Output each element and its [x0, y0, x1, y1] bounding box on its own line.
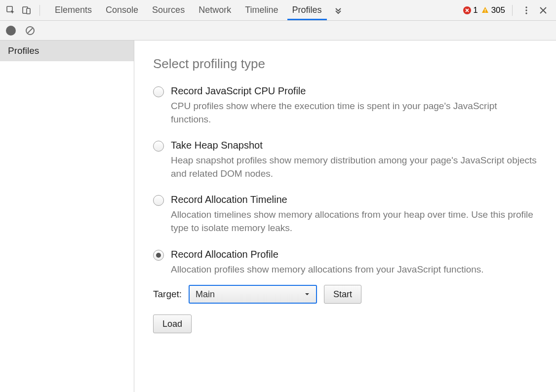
tab-timeline[interactable]: Timeline: [238, 0, 285, 20]
target-select[interactable]: Main: [189, 285, 317, 304]
svg-point-7: [525, 12, 527, 14]
option-desc: Allocation profiles show memory allocati…: [171, 263, 537, 276]
warning-number: 305: [491, 5, 505, 15]
radio-allocation-timeline[interactable]: [153, 195, 164, 206]
option-title: Record Allocation Timeline: [171, 194, 537, 205]
radio-heap-snapshot[interactable]: [153, 141, 164, 152]
option-desc: Allocation timelines show memory allocat…: [171, 208, 537, 235]
tab-console[interactable]: Console: [99, 0, 145, 20]
load-button[interactable]: Load: [153, 314, 192, 333]
divider: [40, 5, 40, 16]
target-controls: Target: Main Start: [153, 285, 537, 304]
svg-rect-3: [484, 9, 485, 11]
main-toolbar: Elements Console Sources Network Timelin…: [0, 0, 556, 21]
clear-button[interactable]: [25, 25, 36, 36]
error-count[interactable]: 1: [463, 5, 477, 15]
chevron-down-icon: [304, 289, 310, 300]
option-title: Record JavaScript CPU Profile: [171, 85, 537, 97]
kebab-menu-icon[interactable]: [519, 3, 533, 17]
option-cpu-profile: Record JavaScript CPU Profile CPU profil…: [153, 85, 537, 126]
option-title: Take Heap Snapshot: [171, 140, 537, 151]
start-button[interactable]: Start: [324, 285, 361, 304]
divider: [512, 5, 513, 16]
target-value: Main: [196, 289, 215, 300]
tab-sources[interactable]: Sources: [145, 0, 192, 20]
tab-elements[interactable]: Elements: [48, 0, 99, 20]
load-row: Load: [153, 314, 537, 333]
error-number: 1: [473, 5, 477, 15]
tabs: Elements Console Sources Network Timelin…: [48, 0, 348, 20]
warning-count[interactable]: 305: [481, 5, 505, 15]
target-label: Target:: [153, 289, 182, 300]
tab-network[interactable]: Network: [192, 0, 238, 20]
svg-rect-4: [484, 11, 485, 12]
main-panel: Select profiling type Record JavaScript …: [134, 40, 556, 392]
option-title: Record Allocation Profile: [171, 249, 537, 260]
close-icon[interactable]: [536, 3, 550, 17]
option-allocation-profile: Record Allocation Profile Allocation pro…: [153, 249, 537, 276]
profiles-subtoolbar: [0, 21, 556, 40]
toolbar-right: 1 305: [463, 3, 552, 17]
page-title: Select profiling type: [153, 56, 537, 72]
svg-point-6: [525, 9, 527, 11]
device-toolbar-icon[interactable]: [20, 3, 34, 17]
tab-profiles[interactable]: Profiles: [285, 0, 329, 20]
record-button[interactable]: [6, 26, 16, 36]
option-allocation-timeline: Record Allocation Timeline Allocation ti…: [153, 194, 537, 235]
svg-rect-2: [27, 8, 30, 14]
option-desc: CPU profiles show where the execution ti…: [171, 100, 537, 126]
sidebar-item-profiles[interactable]: Profiles: [0, 40, 134, 61]
inspect-element-icon[interactable]: [4, 3, 18, 17]
radio-allocation-profile[interactable]: [153, 250, 164, 261]
radio-cpu-profile[interactable]: [153, 86, 164, 97]
sidebar: Profiles: [0, 40, 134, 392]
option-desc: Heap snapshot profiles show memory distr…: [171, 154, 537, 180]
toolbar-left: [4, 3, 44, 17]
option-heap-snapshot: Take Heap Snapshot Heap snapshot profile…: [153, 140, 537, 180]
svg-point-5: [525, 6, 527, 8]
error-icon: [463, 6, 471, 14]
warning-icon: [481, 6, 489, 14]
content: Profiles Select profiling type Record Ja…: [0, 40, 556, 392]
more-tabs-icon[interactable]: [329, 0, 348, 20]
